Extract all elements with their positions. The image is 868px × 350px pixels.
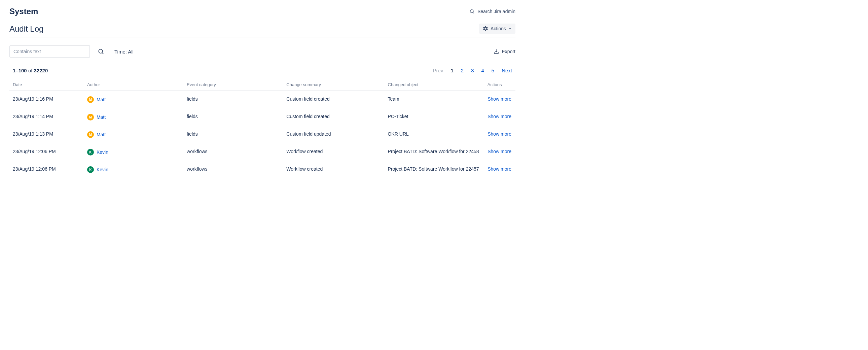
export-button[interactable]: Export [493,49,516,55]
export-icon [493,49,499,55]
cell-date: 23/Aug/19 1:16 PM [9,91,84,109]
page-title: Audit Log [9,24,43,34]
col-header-object: Changed object [384,79,484,91]
cell-date: 23/Aug/19 1:14 PM [9,108,84,126]
svg-line-3 [102,53,104,54]
svg-point-0 [470,10,473,13]
cell-object: Project BATD: Software Workflow for 2245… [384,161,484,178]
cell-actions: Show more [484,91,516,109]
cell-object: Team [384,91,484,109]
show-more-link[interactable]: Show more [488,96,512,101]
pagination-page-5[interactable]: 5 [492,68,494,74]
pagination-page-2[interactable]: 2 [461,68,464,74]
audit-log-table: Date Author Event category Change summar… [9,79,516,178]
cell-author: MMatt [84,91,183,109]
pagination-next[interactable]: Next [502,68,512,74]
col-header-actions: Actions [484,79,516,91]
export-label: Export [502,49,516,54]
chevron-down-icon [508,27,512,31]
avatar: M [87,96,94,103]
show-more-link[interactable]: Show more [488,149,512,154]
cell-author: MMatt [84,126,183,143]
search-button[interactable] [96,46,106,57]
cell-category: workflows [183,161,283,178]
avatar: K [87,149,94,155]
gear-icon [483,26,489,32]
cell-summary: Custom field created [283,108,384,126]
author-link[interactable]: Matt [97,114,106,120]
actions-dropdown[interactable]: Actions [479,24,516,34]
cell-category: fields [183,91,283,109]
table-row: 23/Aug/19 1:13 PMMMattfieldsCustom field… [9,126,516,143]
avatar: M [87,131,94,138]
col-header-date: Date [9,79,84,91]
show-more-link[interactable]: Show more [488,131,512,137]
actions-label: Actions [491,26,506,31]
cell-category: workflows [183,143,283,161]
cell-summary: Workflow created [283,161,384,178]
cell-summary: Custom field created [283,91,384,109]
cell-actions: Show more [484,126,516,143]
cell-summary: Workflow created [283,143,384,161]
svg-point-2 [99,49,103,53]
cell-summary: Custom field updated [283,126,384,143]
cell-author: KKevin [84,143,183,161]
pagination-page-3[interactable]: 3 [471,68,474,74]
cell-actions: Show more [484,143,516,161]
table-row: 23/Aug/19 1:14 PMMMattfieldsCustom field… [9,108,516,126]
col-header-category: Event category [183,79,283,91]
pagination-page-1: 1 [451,68,453,74]
cell-category: fields [183,108,283,126]
result-count: 1–100 of 32220 [13,68,48,74]
cell-actions: Show more [484,108,516,126]
table-row: 23/Aug/19 12:06 PMKKevinworkflowsWorkflo… [9,161,516,178]
table-row: 23/Aug/19 12:06 PMKKevinworkflowsWorkflo… [9,143,516,161]
time-filter[interactable]: Time: All [114,49,133,55]
show-more-link[interactable]: Show more [488,166,512,172]
cell-object: Project BATD: Software Workflow for 2245… [384,143,484,161]
text-filter-input[interactable] [9,46,90,58]
author-link[interactable]: Kevin [97,167,108,172]
cell-date: 23/Aug/19 1:13 PM [9,126,84,143]
cell-object: OKR URL [384,126,484,143]
show-more-link[interactable]: Show more [488,114,512,119]
system-title: System [9,7,38,16]
search-jira-admin-label: Search Jira admin [477,9,516,14]
cell-category: fields [183,126,283,143]
avatar: M [87,114,94,120]
col-header-author: Author [84,79,183,91]
search-jira-admin[interactable]: Search Jira admin [469,9,516,14]
author-link[interactable]: Kevin [97,149,108,155]
cell-date: 23/Aug/19 12:06 PM [9,161,84,178]
svg-line-1 [473,12,474,13]
author-link[interactable]: Matt [97,132,106,137]
search-icon [98,48,104,55]
avatar: K [87,166,94,173]
col-header-summary: Change summary [283,79,384,91]
author-link[interactable]: Matt [97,97,106,102]
cell-author: MMatt [84,108,183,126]
pagination: Prev12345Next [433,68,512,74]
cell-date: 23/Aug/19 12:06 PM [9,143,84,161]
cell-object: PC-Ticket [384,108,484,126]
cell-author: KKevin [84,161,183,178]
table-row: 23/Aug/19 1:16 PMMMattfieldsCustom field… [9,91,516,109]
cell-actions: Show more [484,161,516,178]
pagination-page-4[interactable]: 4 [481,68,484,74]
search-icon [469,9,475,14]
pagination-prev: Prev [433,68,443,74]
